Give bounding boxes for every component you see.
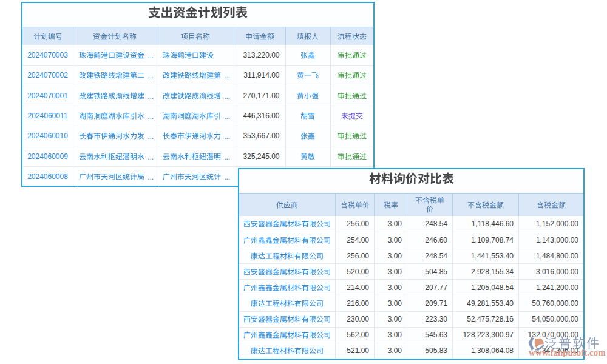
- svg-text:...: ...: [224, 153, 230, 160]
- svg-text:...: ...: [148, 52, 154, 59]
- svg-text:...: ...: [224, 92, 230, 99]
- svg-text:...: ...: [148, 132, 154, 140]
- svg-text:...: ...: [224, 173, 230, 180]
- svg-text:...: ...: [224, 132, 230, 140]
- svg-text:...: ...: [148, 173, 154, 180]
- svg-text:...: ...: [148, 112, 154, 120]
- svg-text:...: ...: [148, 92, 154, 99]
- svg-text:...: ...: [224, 112, 230, 120]
- svg-text:...: ...: [224, 72, 230, 79]
- svg-text:...: ...: [148, 72, 154, 79]
- svg-text:...: ...: [148, 153, 154, 160]
